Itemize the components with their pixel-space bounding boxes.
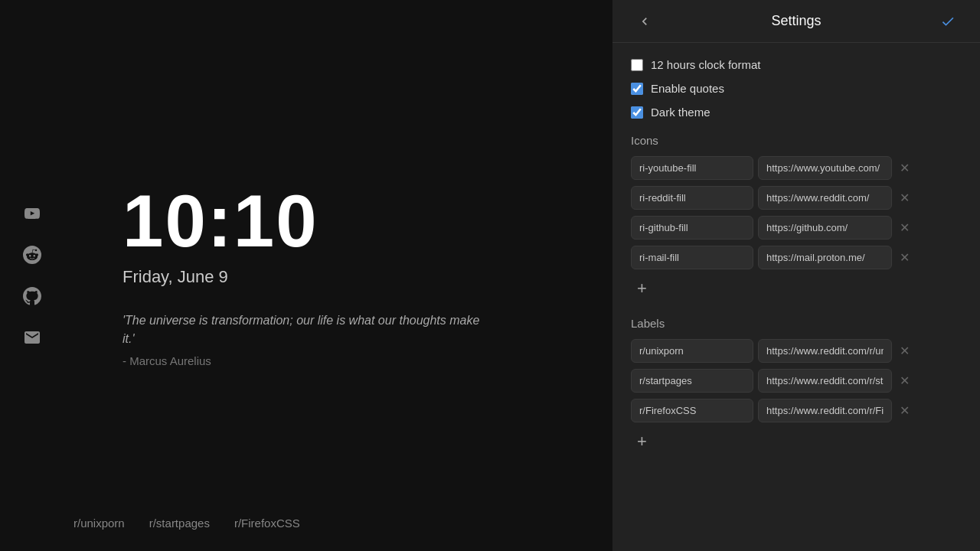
clock-display: 10:10: [122, 184, 612, 258]
confirm-button[interactable]: [934, 11, 962, 32]
remove-icon-2[interactable]: ✕: [897, 219, 913, 236]
bottom-label-firefoxcss[interactable]: r/FirefoxCSS: [234, 517, 300, 530]
label-url-0[interactable]: [758, 339, 892, 363]
clock12-label[interactable]: 12 hours clock format: [651, 58, 760, 71]
icon-input-3[interactable]: [631, 246, 753, 269]
add-label-button[interactable]: +: [631, 429, 653, 455]
sidebar-icons: [18, 200, 46, 351]
label-input-0[interactable]: [631, 339, 753, 363]
reddit-icon[interactable]: [18, 241, 46, 269]
left-panel: 10:10 Friday, June 9 'The universe is tr…: [0, 0, 612, 551]
url-input-2[interactable]: [758, 216, 892, 240]
date-display: Friday, June 9: [122, 267, 612, 287]
remove-icon-3[interactable]: ✕: [897, 249, 913, 266]
youtube-icon[interactable]: [18, 200, 46, 227]
icon-row-3: ✕: [631, 246, 962, 269]
clock12-checkbox[interactable]: [631, 59, 643, 71]
icon-input-0[interactable]: [631, 156, 753, 180]
icon-row-0: ✕: [631, 156, 962, 180]
checkbox-row-dark: Dark theme: [631, 106, 962, 119]
dark-label[interactable]: Dark theme: [651, 106, 710, 119]
labels-section-title: Labels: [631, 317, 962, 330]
remove-label-1[interactable]: ✕: [897, 372, 913, 390]
mail-icon[interactable]: [18, 324, 46, 351]
checkbox-row-clock: 12 hours clock format: [631, 58, 962, 71]
url-input-1[interactable]: [758, 186, 892, 210]
icon-input-1[interactable]: [631, 186, 753, 210]
bottom-label-startpages[interactable]: r/startpages: [149, 517, 210, 530]
dark-checkbox[interactable]: [631, 106, 643, 119]
icons-section-title: Icons: [631, 134, 962, 147]
label-row-0: ✕: [631, 339, 962, 363]
quotes-checkbox[interactable]: [631, 83, 643, 95]
url-input-3[interactable]: [758, 246, 892, 269]
remove-icon-0[interactable]: ✕: [897, 159, 913, 177]
remove-icon-1[interactable]: ✕: [897, 189, 913, 207]
quote-author: - Marcus Aurelius: [122, 354, 612, 367]
settings-title: Settings: [771, 13, 821, 29]
add-icon-button[interactable]: +: [631, 276, 653, 302]
settings-panel: Settings 12 hours clock format Enable qu…: [612, 0, 980, 551]
bottom-labels: r/unixporn r/startpages r/FirefoxCSS: [74, 517, 300, 530]
remove-label-0[interactable]: ✕: [897, 342, 913, 360]
github-icon[interactable]: [18, 282, 46, 310]
label-input-2[interactable]: [631, 399, 753, 422]
url-input-0[interactable]: [758, 156, 892, 180]
quotes-label[interactable]: Enable quotes: [651, 82, 724, 95]
label-url-2[interactable]: [758, 399, 892, 422]
icon-row-1: ✕: [631, 186, 962, 210]
bottom-label-unixporn[interactable]: r/unixporn: [74, 517, 125, 530]
label-row-1: ✕: [631, 369, 962, 393]
settings-header: Settings: [612, 0, 980, 43]
quote-text: 'The universe is transformation; our lif…: [122, 311, 490, 348]
icon-row-2: ✕: [631, 216, 962, 240]
label-input-1[interactable]: [631, 369, 753, 393]
back-button[interactable]: [631, 11, 658, 32]
icon-input-2[interactable]: [631, 216, 753, 240]
settings-content: 12 hours clock format Enable quotes Dark…: [612, 43, 980, 551]
checkbox-row-quotes: Enable quotes: [631, 82, 962, 95]
label-url-1[interactable]: [758, 369, 892, 393]
label-row-2: ✕: [631, 399, 962, 422]
remove-label-2[interactable]: ✕: [897, 402, 913, 419]
